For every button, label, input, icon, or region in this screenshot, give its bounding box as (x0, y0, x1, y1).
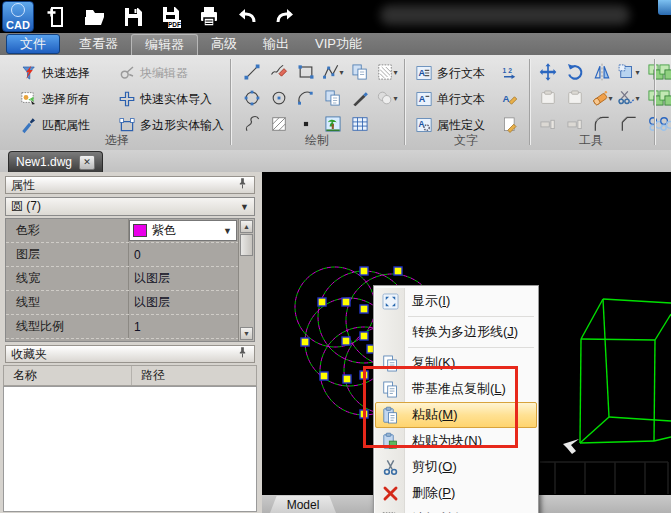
wireframe-box-edge[interactable] (580, 417, 609, 443)
chevron-down-icon[interactable]: ▾ (339, 68, 343, 77)
ribbon-tool-graycircles[interactable]: ▾ (373, 85, 400, 111)
wireframe-box-edge[interactable] (581, 299, 603, 339)
favorites-list[interactable] (3, 386, 257, 512)
ribbon-tool-pastegray[interactable] (561, 85, 588, 111)
ribbon-tab-6[interactable]: VIP功能 (302, 33, 375, 55)
grip[interactable] (320, 372, 328, 380)
chevron-down-icon[interactable]: ▾ (635, 94, 639, 103)
grip[interactable] (394, 267, 402, 275)
ribbon-button-单行文本[interactable]: A单行文本 (415, 87, 485, 111)
scroll-up-icon[interactable]: ▲ (240, 220, 253, 233)
ribbon-tab-2[interactable]: 查看器 (66, 33, 131, 55)
ribbon-button-快速选择[interactable]: 快速选择 (20, 61, 90, 85)
ribbon-button-快速实体导入[interactable]: 快速实体导入 (118, 87, 224, 111)
grip[interactable] (360, 332, 368, 340)
ribbon-tool-pastespec[interactable] (319, 85, 346, 111)
ribbon-tool-circle2[interactable] (265, 85, 292, 111)
menu-item-P[interactable]: 删除(P) (375, 480, 537, 506)
ribbon-tab-1[interactable]: 文件 (6, 34, 60, 54)
wireframe-box-edge[interactable] (603, 299, 671, 303)
wireframe-box-edge[interactable] (654, 340, 655, 441)
wireframe-box-edge[interactable] (580, 339, 581, 443)
property-grid-scrollbar[interactable]: ▲ ▼ (238, 219, 254, 341)
print-button[interactable] (194, 4, 224, 30)
ribbon-tool-move[interactable] (534, 59, 561, 85)
wireframe-box-edge[interactable] (655, 314, 671, 340)
pin-icon[interactable] (236, 177, 249, 193)
ribbon-tool-blockins[interactable] (346, 59, 373, 85)
model-tab[interactable]: Model (270, 496, 336, 513)
chevron-down-icon[interactable]: ▾ (635, 68, 639, 77)
grip[interactable] (360, 305, 368, 313)
chevron-down-icon[interactable]: ▼ (223, 226, 236, 236)
ribbon-tool-rect[interactable] (292, 59, 319, 85)
scroll-down-icon[interactable]: ▼ (240, 327, 253, 340)
ribbon-button-多行文本[interactable]: A多行文本 (415, 61, 485, 85)
ribbon-tool-trim[interactable]: ▾ (615, 85, 642, 111)
ribbon-tab-4[interactable]: 高级 (198, 33, 250, 55)
menu-item-J[interactable]: 转换为多边形线(J) (375, 319, 537, 345)
grip[interactable] (342, 298, 350, 306)
ribbon-tool-circle[interactable] (238, 85, 265, 111)
ribbon-tab-5[interactable]: 输出 (250, 33, 302, 55)
pin-icon[interactable] (236, 346, 249, 362)
favorites-column-name[interactable]: 名称 (4, 366, 132, 385)
chevron-down-icon[interactable]: ▾ (393, 68, 397, 77)
undo-button[interactable] (232, 4, 262, 30)
ribbon-tool-copygreen[interactable] (653, 59, 671, 85)
wireframe-box-edge[interactable] (654, 437, 671, 441)
ribbon-tool-circlesblue[interactable] (653, 111, 671, 137)
save-button[interactable] (118, 4, 148, 30)
wireframe-box-edge[interactable] (581, 339, 655, 340)
menu-item-Q[interactable]: 选择所有(Q) (375, 506, 537, 513)
save-pdf-button[interactable]: PDF (156, 4, 186, 30)
property-row-线型[interactable]: 线型以图层 (6, 291, 239, 315)
wireframe-box-edge[interactable] (603, 299, 609, 417)
ribbon-tool-region[interactable]: ▾ (373, 59, 400, 85)
ribbon-tool-pastegray[interactable] (534, 85, 561, 111)
wireframe-box-edge[interactable] (609, 417, 671, 421)
color-dropdown[interactable]: 紫色▼ (129, 220, 237, 241)
property-grid: 色彩紫色▼图层0线宽以图层线型以图层线型比例1 ▲ ▼ (5, 218, 255, 342)
grip[interactable] (342, 337, 350, 345)
app-logo[interactable]: CAD (2, 1, 34, 32)
open-file-button[interactable] (80, 4, 110, 30)
ribbon-button-选择所有[interactable]: 选择所有 (20, 87, 90, 111)
ribbon-tool-mirror[interactable] (588, 59, 615, 85)
menu-item-O[interactable]: 剪切(O) (375, 454, 537, 480)
ribbon-button-numbering[interactable]: 1 2 (501, 61, 523, 85)
grip[interactable] (360, 267, 368, 275)
ribbon-tool-eraser[interactable]: ▾ (588, 85, 615, 111)
grip[interactable] (343, 375, 351, 383)
property-row-线型比例[interactable]: 线型比例1 (6, 315, 239, 339)
document-tab[interactable]: New1.dwg ✕ (8, 151, 103, 172)
ribbon-tool-pen[interactable] (346, 85, 373, 111)
chevron-down-icon[interactable]: ▾ (393, 94, 397, 103)
point-icon (296, 114, 316, 134)
ribbon-tool-polyline[interactable]: ▾ (319, 59, 346, 85)
redo-button[interactable] (270, 4, 300, 30)
wireframe-box-edge[interactable] (580, 441, 654, 443)
ribbon-tool-rectsel[interactable]: ▾ (615, 59, 642, 85)
ribbon-tool-arc[interactable] (292, 85, 319, 111)
property-row-线宽[interactable]: 线宽以图层 (6, 267, 239, 291)
grip[interactable] (318, 298, 326, 306)
ribbon-button-spell[interactable]: A (501, 87, 523, 111)
scrollbar-thumb[interactable] (240, 234, 253, 256)
property-row-色彩[interactable]: 色彩紫色▼ (6, 219, 239, 243)
close-icon[interactable]: ✕ (79, 155, 95, 170)
ribbon-tool-line[interactable] (238, 59, 265, 85)
ribbon-tab-3[interactable]: 编辑器 (131, 34, 198, 55)
property-row-图层[interactable]: 图层0 (6, 243, 239, 267)
ribbon-tool-sketch[interactable] (265, 59, 292, 85)
entity-selector-dropdown[interactable]: 圆 (7) ▼ (5, 197, 255, 216)
ribbon-tool-rotate[interactable] (561, 59, 588, 85)
grip[interactable] (301, 338, 309, 346)
svg-text:1 2: 1 2 (503, 67, 513, 74)
favorites-column-path[interactable]: 路径 (132, 367, 165, 384)
chevron-down-icon[interactable]: ▾ (608, 94, 612, 103)
new-file-button[interactable] (42, 4, 72, 30)
app-logo-label: CAD (6, 19, 30, 31)
menu-item-I[interactable]: 显示(I) (375, 288, 537, 314)
ribbon-tool-copygreen[interactable] (653, 85, 671, 111)
